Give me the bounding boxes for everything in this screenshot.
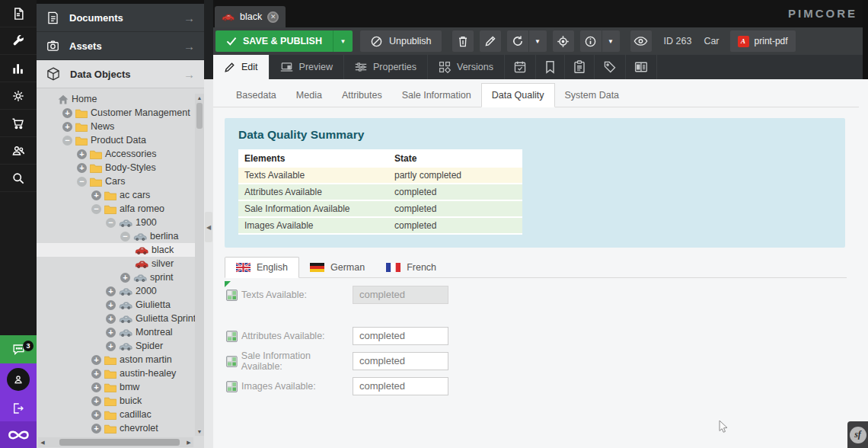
expand-icon[interactable] <box>106 286 116 296</box>
expand-icon[interactable] <box>62 108 72 118</box>
sale-information-available-input[interactable]: completed <box>353 352 448 370</box>
lang-tab-french[interactable]: French <box>375 258 447 277</box>
tab-edit[interactable]: Edit <box>213 55 270 79</box>
tree-item[interactable]: chevrolet <box>37 421 195 435</box>
tree-horizontal-scrollbar[interactable]: ◀ ▶ <box>38 437 193 447</box>
collapse-icon[interactable] <box>62 136 72 146</box>
expand-icon[interactable] <box>91 369 101 379</box>
symfony-debug-badge[interactable]: sf <box>847 421 868 448</box>
users-icon[interactable] <box>0 137 37 165</box>
expand-icon[interactable] <box>77 149 87 159</box>
reload-button[interactable] <box>507 30 528 52</box>
tab-versions[interactable]: Versions <box>428 55 505 79</box>
print-pdf-button[interactable]: A print-pdf <box>730 30 796 52</box>
bar-chart-icon[interactable] <box>0 55 37 82</box>
tree-item[interactable]: bmw <box>37 380 195 394</box>
logout-icon[interactable] <box>0 397 37 420</box>
subtab-data-quality[interactable]: Data Quality <box>481 83 555 107</box>
delete-button[interactable] <box>452 30 474 52</box>
expand-icon[interactable] <box>91 355 101 365</box>
tab-tag[interactable] <box>595 55 626 79</box>
tab-schedule[interactable] <box>505 55 536 79</box>
expand-icon[interactable] <box>91 424 101 434</box>
expand-icon[interactable] <box>62 122 72 132</box>
tree-item[interactable]: cadillac <box>37 408 195 421</box>
expand-icon[interactable] <box>91 190 101 200</box>
texts-available-input[interactable]: completed <box>353 286 448 304</box>
collapse-sidebar-handle[interactable]: ◀ <box>205 212 212 242</box>
scrollbar-thumb[interactable] <box>196 103 203 129</box>
subtab-sale-information[interactable]: Sale Information <box>392 84 481 107</box>
search-icon[interactable] <box>0 165 37 192</box>
tab-preview[interactable]: Preview <box>270 55 344 79</box>
tree-item-selected[interactable]: black <box>37 243 195 257</box>
scroll-up-icon[interactable]: ▲ <box>195 94 204 102</box>
tree-item[interactable]: 2000 <box>37 284 195 298</box>
tree-item[interactable]: berlina <box>37 229 195 243</box>
tree-item[interactable]: Body-Styles <box>37 161 195 174</box>
tree-item[interactable]: aston martin <box>37 353 195 366</box>
tree-item[interactable]: sprint <box>37 270 195 284</box>
tree-item[interactable]: buick <box>37 394 195 408</box>
panel-documents[interactable]: Documents → <box>37 4 204 32</box>
tree-item[interactable]: Product Data <box>37 133 195 147</box>
expand-icon[interactable] <box>91 410 101 420</box>
tree-item[interactable]: Customer Management <box>37 106 195 120</box>
tree-item[interactable]: Gulietta Sprint Specia <box>37 312 195 325</box>
tree-item-home[interactable]: Home <box>37 92 195 106</box>
expand-icon[interactable] <box>77 163 87 173</box>
expand-icon[interactable] <box>120 273 130 283</box>
expand-icon[interactable] <box>106 328 116 338</box>
tree-item[interactable]: Accessories <box>37 147 195 161</box>
tree-item[interactable]: ac cars <box>37 188 195 202</box>
tab-properties[interactable]: Properties <box>344 55 428 79</box>
chat-icon[interactable]: 3 <box>0 335 37 363</box>
lang-tab-english[interactable]: English <box>225 257 299 278</box>
images-available-input[interactable]: completed <box>353 377 448 395</box>
collapse-icon[interactable] <box>106 218 116 228</box>
panel-data-objects[interactable]: Data Objects → <box>37 60 204 88</box>
scrollbar-thumb[interactable] <box>59 439 180 446</box>
close-icon[interactable]: ✕ <box>267 11 279 23</box>
collapse-icon[interactable] <box>120 232 130 242</box>
expand-icon[interactable] <box>106 341 116 351</box>
rename-button[interactable] <box>480 30 501 52</box>
panel-splitter[interactable]: ◀ <box>204 0 213 448</box>
tab-bookmark[interactable] <box>536 55 565 79</box>
reload-dropdown-caret[interactable]: ▼ <box>528 30 547 52</box>
expand-icon[interactable] <box>106 300 116 310</box>
wrench-icon[interactable] <box>0 27 37 55</box>
tree-item[interactable]: alfa romeo <box>37 202 195 216</box>
subtab-attributes[interactable]: Attributes <box>332 84 392 107</box>
expand-icon[interactable] <box>91 396 101 406</box>
info-dropdown-caret[interactable]: ▼ <box>602 30 620 52</box>
user-icon[interactable] <box>7 368 30 391</box>
scroll-right-icon[interactable]: ▶ <box>184 437 193 447</box>
tree-item[interactable]: Cars <box>37 174 195 188</box>
unpublish-button[interactable]: Unpublish <box>360 30 442 52</box>
lang-tab-german[interactable]: German <box>299 258 375 277</box>
locate-button[interactable] <box>553 30 574 52</box>
attributes-available-input[interactable]: completed <box>353 327 448 345</box>
expand-icon[interactable] <box>106 314 116 324</box>
tree-item[interactable]: Spider <box>37 339 195 353</box>
collapse-icon[interactable] <box>91 204 101 214</box>
tree-item[interactable]: Giulietta <box>37 298 195 312</box>
save-publish-button[interactable]: SAVE & PUBLISH <box>215 30 333 52</box>
subtab-system-data[interactable]: System Data <box>555 84 630 107</box>
tree-vertical-scrollbar[interactable]: ▲ ▼ <box>195 94 204 436</box>
documents-icon[interactable] <box>0 0 37 27</box>
gear-icon[interactable] <box>0 82 37 110</box>
tree-item[interactable]: silver <box>37 257 195 270</box>
subtab-basedata[interactable]: Basedata <box>226 84 286 107</box>
panel-assets[interactable]: Assets → <box>37 32 204 60</box>
collapse-icon[interactable] <box>77 177 87 187</box>
scroll-down-icon[interactable]: ▼ <box>195 427 204 436</box>
subtab-media[interactable]: Media <box>286 84 332 107</box>
tree-item[interactable]: News <box>37 120 195 133</box>
tab-black[interactable]: black ✕ <box>215 6 286 27</box>
scroll-left-icon[interactable]: ◀ <box>38 437 47 447</box>
expand-icon[interactable] <box>91 382 101 392</box>
tree-item[interactable]: Montreal <box>37 325 195 339</box>
tree-item[interactable]: austin-healey <box>37 366 195 380</box>
